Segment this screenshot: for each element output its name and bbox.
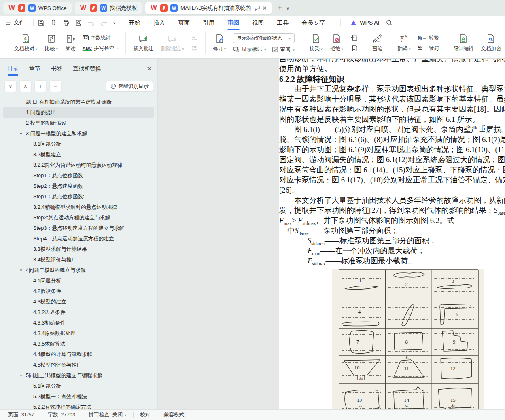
redo-icon[interactable]: [100, 20, 107, 26]
docer-icon: [160, 4, 168, 12]
to-traditional-button[interactable]: 简→ 转繁: [418, 34, 439, 41]
export-pdf-icon[interactable]: [50, 19, 57, 26]
toc-item[interactable]: ▼ 4.3模型的建立: [3, 297, 154, 307]
undo-history-chevron-icon[interactable]: ∨: [113, 21, 116, 25]
sidebar-tab[interactable]: 书签: [51, 65, 62, 76]
app-tab[interactable]: W W MATLAB实现有杆抽油系统的 ✕: [145, 2, 272, 14]
smart-toc-button[interactable]: 智能识别目录: [106, 81, 153, 91]
menu-item[interactable]: 开始: [122, 17, 147, 29]
toc-item[interactable]: ▼ 3.2.4精确模型求解时的悬点运动规律: [3, 202, 154, 212]
restrict-editing-button[interactable]: 限制编辑: [450, 34, 477, 52]
toc-item[interactable]: ▼ Step1：悬点位移函数: [3, 170, 154, 181]
sidebar-tab[interactable]: 章节: [29, 65, 40, 76]
spell-check-button[interactable]: ABC 拼写检查∨: [83, 45, 119, 52]
doc-text-line: 本文分析了大量基于油田技术人员多年经验的故障示功图，从新的角: [279, 195, 505, 206]
proofread-indicator[interactable]: 校对: [138, 412, 152, 418]
next-revision-icon[interactable]: [350, 45, 358, 52]
toc-item[interactable]: ▼ Step3：悬点移动速度方程的建立与求解: [3, 223, 154, 233]
previous-comment-icon[interactable]: [191, 35, 198, 41]
toc-item[interactable]: ▼ 4.2假设条件: [3, 286, 154, 297]
toc-expand-all-button[interactable]: ∨: [5, 81, 16, 92]
toc-item[interactable]: ▼ 2 模型的初始假设: [3, 118, 154, 128]
wps-ai-button[interactable]: WPS AI: [350, 19, 379, 26]
toc-item[interactable]: ▼ 4.5模型的评价与推广: [3, 360, 154, 370]
track-changes-button[interactable]: 修订∨: [209, 34, 230, 52]
toc-item[interactable]: ▼ 4.3.4原始数据处理: [3, 328, 154, 339]
page-indicator[interactable]: 页面: 31/57: [6, 412, 36, 418]
next-comment-icon[interactable]: [191, 45, 198, 51]
close-tab-icon[interactable]: ✕: [263, 5, 267, 11]
menu-item[interactable]: 工具: [270, 17, 295, 29]
compare-button[interactable]: 比较∨: [41, 34, 62, 52]
print-icon[interactable]: [63, 19, 70, 26]
toc-item[interactable]: ▼ 3.3模型求解与计算结果: [3, 244, 154, 255]
new-tab-button[interactable]: +: [275, 4, 285, 13]
toc-item[interactable]: ▼ 4.1问题分析: [3, 276, 154, 286]
word-count-indicator[interactable]: 字数: 27703: [46, 412, 77, 418]
undo-icon[interactable]: [88, 20, 95, 26]
menu-item[interactable]: 页面: [172, 17, 196, 29]
toc-zoom-in-button[interactable]: +: [35, 81, 46, 92]
spellcheck-indicator[interactable]: 拼写检查: 关闭∨: [87, 412, 128, 418]
comment-bubble-icon[interactable]: [254, 5, 260, 11]
toc-item[interactable]: ▼ Step2：悬点速度函数: [3, 181, 154, 191]
file-menu-button[interactable]: 文件: [6, 19, 25, 26]
toc-expand-arrow-icon[interactable]: ▼: [19, 374, 26, 378]
insert-comment-button[interactable]: 插入批注: [129, 34, 157, 52]
toc-item[interactable]: ▼ 3.1问题分析: [3, 139, 154, 149]
accept-revision-button[interactable]: 接受∨: [306, 34, 327, 52]
toc-expand-arrow-icon[interactable]: ▼: [19, 269, 26, 272]
delete-comment-button[interactable]: 删除批注∨: [157, 34, 188, 52]
toc-zoom-out-button[interactable]: −: [50, 81, 61, 92]
reject-revision-button[interactable]: 拒绝∨: [327, 34, 347, 52]
previous-revision-icon[interactable]: [350, 34, 358, 41]
menu-item[interactable]: 审阅: [221, 17, 246, 29]
menu-item[interactable]: 引用: [196, 17, 221, 29]
translate-button[interactable]: 文A 翻译∨: [394, 34, 415, 52]
toc-item[interactable]: ▼ 5.2.2有效冲程的确定方法: [3, 402, 154, 409]
toc-item[interactable]: ▼ 1 问题的提出: [3, 107, 154, 118]
toc-item[interactable]: ▼ 3 问题一模型的建立和求解: [3, 128, 154, 139]
toc-item[interactable]: ▼ 4.3.5求解算法: [3, 339, 154, 349]
document-area[interactable]: 自动诊断，本程序可以诊断出基本正常、严重漏失、供液不足和气体影响等， 使用简单方…: [158, 59, 505, 409]
document-page[interactable]: 自动诊断，本程序可以诊断出基本正常、严重漏失、供液不足和气体影响等， 使用简单方…: [279, 59, 505, 409]
word-count-button[interactable]: 12 字数统计: [83, 34, 119, 41]
show-markup-button[interactable]: 显示标记∨: [233, 46, 266, 53]
menu-item[interactable]: 会员专享: [295, 17, 331, 29]
toc-item[interactable]: ▼ 4.4模型的计算与流程求解: [3, 349, 154, 360]
tab-list-chevron-icon[interactable]: ∨: [285, 6, 291, 11]
review-pane-button[interactable]: 审阅∨: [272, 46, 295, 53]
brush-button[interactable]: 画笔: [369, 34, 386, 52]
markup-state-dropdown[interactable]: 显示标记的最终状态∨: [233, 33, 295, 43]
toc-item-label: 5.2.2有效冲程的确定方法: [33, 404, 91, 410]
toc-item[interactable]: ▼ 3.4模型评价与推广: [3, 255, 154, 265]
toc-item[interactable]: ▼ 3.2.2简化为简谐运动时的悬点运动规律: [3, 160, 154, 170]
read-aloud-button[interactable]: 朗读: [62, 34, 79, 52]
toc-item[interactable]: ▼ 4.3.3初始条件: [3, 318, 154, 328]
save-icon[interactable]: [38, 19, 45, 26]
menu-item[interactable]: 视图: [246, 17, 270, 29]
encrypt-doc-button[interactable]: 文档加密: [477, 34, 505, 52]
toc-item[interactable]: ▼ 4.3.2边界条件: [3, 307, 154, 318]
toc-item[interactable]: ▼ 5.1问题分析: [3, 381, 154, 391]
sidebar-tab[interactable]: 查找和替换: [73, 65, 101, 76]
toc-collapse-all-button[interactable]: ∧: [20, 81, 31, 92]
toc-item[interactable]: ▼ 3.2模型建立: [3, 149, 154, 160]
menu-item[interactable]: 插入: [147, 17, 172, 29]
sidebar-tab[interactable]: 目录: [7, 65, 19, 76]
print-preview-icon[interactable]: [75, 19, 82, 26]
toc-item[interactable]: ▼ 5问题三(1)模型的建立与编程求解: [3, 370, 154, 381]
toc-item[interactable]: ▼ Step2:悬点运动方程的建立与求解: [3, 212, 154, 223]
toc-item[interactable]: ▼ Step4：悬点运动加速度方程的建立: [3, 233, 154, 244]
sidebar-close-icon[interactable]: ✕: [146, 65, 152, 72]
app-tab[interactable]: W W 找稻壳模板 ✕: [75, 2, 142, 14]
toc-item[interactable]: ▼ 4问题二模型的建立与求解: [3, 265, 154, 276]
toc-expand-arrow-icon[interactable]: ▼: [19, 132, 26, 136]
toc-item[interactable]: ▼ Step1：悬点位移函数:: [3, 191, 154, 202]
search-icon[interactable]: [386, 19, 393, 26]
toc-item[interactable]: ▼ 5.2模型一：有效冲程法: [3, 391, 154, 402]
to-simplified-button[interactable]: 繁→ 转简: [418, 45, 439, 52]
app-tab[interactable]: W W WPS Office ✕: [3, 2, 72, 14]
doc-proofread-button[interactable]: a 文档校对∨: [11, 34, 41, 52]
toc-item[interactable]: ▼ 题 目 有杆抽油系统的数学建模及诊断: [3, 97, 154, 107]
